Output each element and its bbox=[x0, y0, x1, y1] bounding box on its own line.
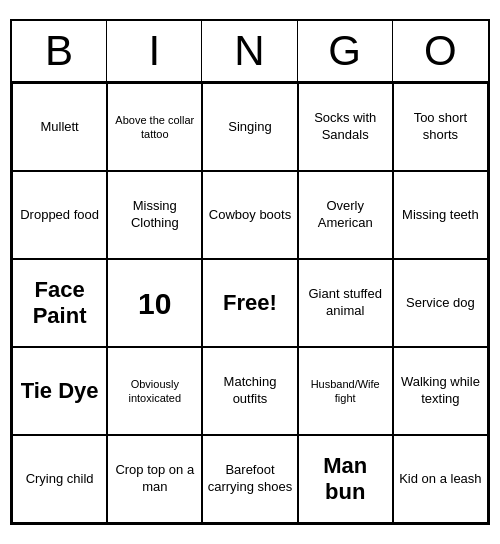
bingo-letter-b: B bbox=[12, 21, 107, 81]
bingo-cell-8[interactable]: Overly American bbox=[298, 171, 393, 259]
bingo-letter-n: N bbox=[202, 21, 297, 81]
bingo-cell-4[interactable]: Too short shorts bbox=[393, 83, 488, 171]
bingo-cell-15[interactable]: Tie Dye bbox=[12, 347, 107, 435]
bingo-cell-24[interactable]: Kid on a leash bbox=[393, 435, 488, 523]
bingo-cell-3[interactable]: Socks with Sandals bbox=[298, 83, 393, 171]
bingo-cell-0[interactable]: Mullett bbox=[12, 83, 107, 171]
bingo-cell-19[interactable]: Walking while texting bbox=[393, 347, 488, 435]
bingo-cell-10[interactable]: Face Paint bbox=[12, 259, 107, 347]
bingo-cell-9[interactable]: Missing teeth bbox=[393, 171, 488, 259]
bingo-cell-2[interactable]: Singing bbox=[202, 83, 297, 171]
bingo-letter-i: I bbox=[107, 21, 202, 81]
bingo-cell-5[interactable]: Dropped food bbox=[12, 171, 107, 259]
bingo-cell-22[interactable]: Barefoot carrying shoes bbox=[202, 435, 297, 523]
bingo-letter-o: O bbox=[393, 21, 488, 81]
bingo-cell-16[interactable]: Obviously intoxicated bbox=[107, 347, 202, 435]
bingo-cell-11[interactable]: 10 bbox=[107, 259, 202, 347]
bingo-cell-20[interactable]: Crying child bbox=[12, 435, 107, 523]
bingo-card: BINGO MullettAbove the collar tattooSing… bbox=[10, 19, 490, 525]
bingo-cell-13[interactable]: Giant stuffed animal bbox=[298, 259, 393, 347]
bingo-grid: MullettAbove the collar tattooSingingSoc… bbox=[12, 83, 488, 523]
bingo-cell-6[interactable]: Missing Clothing bbox=[107, 171, 202, 259]
bingo-cell-12[interactable]: Free! bbox=[202, 259, 297, 347]
bingo-cell-23[interactable]: Man bun bbox=[298, 435, 393, 523]
bingo-header: BINGO bbox=[12, 21, 488, 83]
bingo-letter-g: G bbox=[298, 21, 393, 81]
bingo-cell-1[interactable]: Above the collar tattoo bbox=[107, 83, 202, 171]
bingo-cell-14[interactable]: Service dog bbox=[393, 259, 488, 347]
bingo-cell-17[interactable]: Matching outfits bbox=[202, 347, 297, 435]
bingo-cell-7[interactable]: Cowboy boots bbox=[202, 171, 297, 259]
bingo-cell-18[interactable]: Husband/Wife fight bbox=[298, 347, 393, 435]
bingo-cell-21[interactable]: Crop top on a man bbox=[107, 435, 202, 523]
